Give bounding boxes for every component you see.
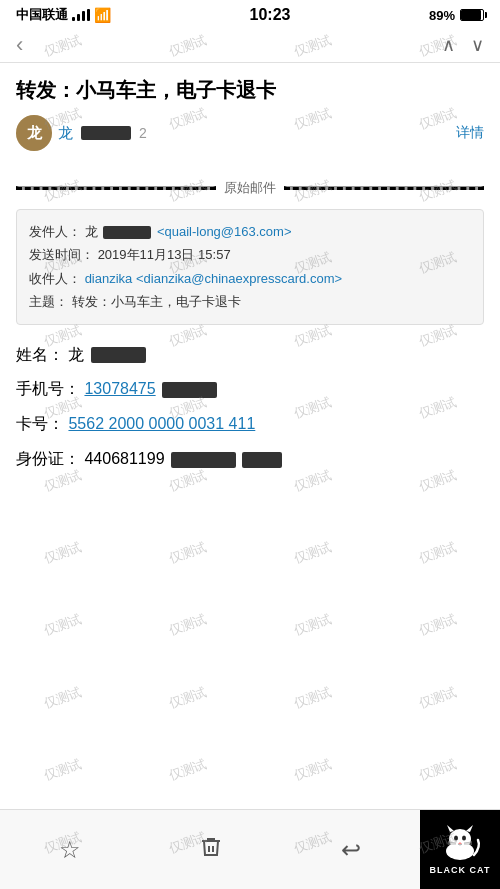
detail-link[interactable]: 详情 bbox=[456, 124, 484, 142]
watermark-text: 仅测试 bbox=[291, 755, 334, 785]
meta-from: 发件人： 龙 <quail-long@163.com> bbox=[29, 220, 471, 243]
next-email-button[interactable]: ∨ bbox=[471, 34, 484, 56]
sent-time: 2019年11月13日 15:57 bbox=[98, 247, 231, 262]
battery-icon bbox=[460, 9, 484, 21]
carrier-label: 中国联通 bbox=[16, 6, 68, 24]
sent-label: 发送时间： bbox=[29, 247, 94, 262]
sender-avatar: 龙 bbox=[16, 115, 52, 151]
nav-bar: ‹ ∧ ∨ bbox=[0, 28, 500, 63]
svg-marker-3 bbox=[466, 825, 473, 832]
from-label: 发件人： bbox=[29, 224, 81, 239]
original-mail-label: 原始邮件 bbox=[224, 179, 276, 197]
phone-label: 手机号： bbox=[16, 380, 80, 397]
watermark-text: 仅测试 bbox=[291, 610, 334, 640]
from-name-redacted bbox=[103, 226, 151, 239]
to-label: 收件人： bbox=[29, 271, 81, 286]
toolbar-actions: ☆ ↩ bbox=[0, 827, 420, 873]
to-email[interactable]: <dianzika@chinaexpresscard.com> bbox=[136, 271, 342, 286]
watermark-text: 仅测试 bbox=[291, 683, 334, 713]
card-label: 卡号： bbox=[16, 415, 64, 432]
watermark-text: 仅测试 bbox=[41, 755, 84, 785]
svg-point-1 bbox=[449, 829, 471, 849]
watermark-text: 仅测试 bbox=[41, 683, 84, 713]
redacted-name-block bbox=[81, 126, 131, 140]
status-left: 中国联通 📶 bbox=[16, 6, 111, 24]
email-content: 姓名： 龙 手机号： 13078475 卡号： 5562 2000 0000 0… bbox=[0, 341, 500, 474]
meta-subject: 主题： 转发：小马车主，电子卡退卡 bbox=[29, 290, 471, 313]
to-name[interactable]: dianzika bbox=[85, 271, 133, 286]
meta-to: 收件人： dianzika <dianzika@chinaexpresscard… bbox=[29, 267, 471, 290]
sender-name[interactable]: 龙 bbox=[58, 124, 73, 143]
sender-info: 龙 龙 2 bbox=[16, 115, 147, 151]
id-value: 440681199 bbox=[84, 450, 164, 467]
watermark-text: 仅测试 bbox=[166, 610, 209, 640]
id-redacted-2 bbox=[242, 452, 282, 468]
back-button[interactable]: ‹ bbox=[16, 32, 23, 58]
svg-point-5 bbox=[462, 835, 466, 840]
avatar-initial: 龙 bbox=[27, 124, 42, 143]
subject-value: 转发：小马车主，电子卡退卡 bbox=[72, 294, 241, 309]
watermark-text: 仅测试 bbox=[416, 683, 459, 713]
delete-button[interactable] bbox=[191, 827, 231, 873]
name-redacted bbox=[91, 347, 146, 363]
watermark-text: 仅测试 bbox=[166, 538, 209, 568]
status-bar: 中国联通 📶 10:23 89% bbox=[0, 0, 500, 28]
svg-point-4 bbox=[454, 835, 458, 840]
name-label: 姓名： bbox=[16, 346, 64, 363]
svg-marker-2 bbox=[447, 825, 454, 832]
wifi-icon: 📶 bbox=[94, 7, 111, 23]
card-field: 卡号： 5562 2000 0000 0031 411 bbox=[16, 410, 484, 439]
email-body: 原始邮件 发件人： 龙 <quail-long@163.com> 发送时间： 2… bbox=[0, 179, 500, 325]
bottom-toolbar: ☆ ↩ bbox=[0, 809, 500, 889]
watermark-text: 仅测试 bbox=[166, 683, 209, 713]
from-name: 龙 bbox=[85, 224, 98, 239]
recipient-count: 2 bbox=[139, 125, 147, 141]
divider-line-right bbox=[284, 186, 484, 190]
id-field: 身份证： 440681199 bbox=[16, 445, 484, 474]
email-subject: 转发：小马车主，电子卡退卡 bbox=[0, 63, 500, 111]
phone-field: 手机号： 13078475 bbox=[16, 375, 484, 404]
watermark-text: 仅测试 bbox=[41, 610, 84, 640]
from-email[interactable]: <quail-long@163.com> bbox=[157, 224, 292, 239]
card-value[interactable]: 5562 2000 0000 0031 411 bbox=[68, 415, 255, 432]
watermark-text: 仅测试 bbox=[166, 755, 209, 785]
subject-label: 主题： bbox=[29, 294, 68, 309]
watermark-text: 仅测试 bbox=[416, 538, 459, 568]
black-cat-text: BLACK CAT bbox=[430, 865, 491, 875]
battery-percent: 89% bbox=[429, 8, 455, 23]
reply-button[interactable]: ↩ bbox=[333, 828, 369, 872]
phone-redacted bbox=[162, 382, 217, 398]
prev-email-button[interactable]: ∧ bbox=[442, 34, 455, 56]
id-label: 身份证： bbox=[16, 450, 80, 467]
signal-icon bbox=[72, 9, 90, 21]
watermark-text: 仅测试 bbox=[41, 538, 84, 568]
star-button[interactable]: ☆ bbox=[51, 828, 89, 872]
status-right: 89% bbox=[429, 8, 484, 23]
watermark-text: 仅测试 bbox=[416, 610, 459, 640]
watermark-text: 仅测试 bbox=[416, 755, 459, 785]
sender-row: 龙 龙 2 详情 bbox=[0, 111, 500, 163]
time-label: 10:23 bbox=[250, 6, 291, 24]
original-mail-divider: 原始邮件 bbox=[16, 179, 484, 197]
watermark-text: 仅测试 bbox=[291, 538, 334, 568]
phone-value[interactable]: 13078475 bbox=[84, 380, 155, 397]
email-meta-box: 发件人： 龙 <quail-long@163.com> 发送时间： 2019年1… bbox=[16, 209, 484, 325]
id-redacted bbox=[171, 452, 236, 468]
divider-line-left bbox=[16, 186, 216, 190]
black-cat-logo: BLACK CAT bbox=[420, 810, 500, 890]
meta-sent: 发送时间： 2019年11月13日 15:57 bbox=[29, 243, 471, 266]
nav-arrows: ∧ ∨ bbox=[442, 34, 484, 56]
name-field: 姓名： 龙 bbox=[16, 341, 484, 370]
cat-icon bbox=[436, 825, 484, 861]
name-value: 龙 bbox=[68, 346, 84, 363]
